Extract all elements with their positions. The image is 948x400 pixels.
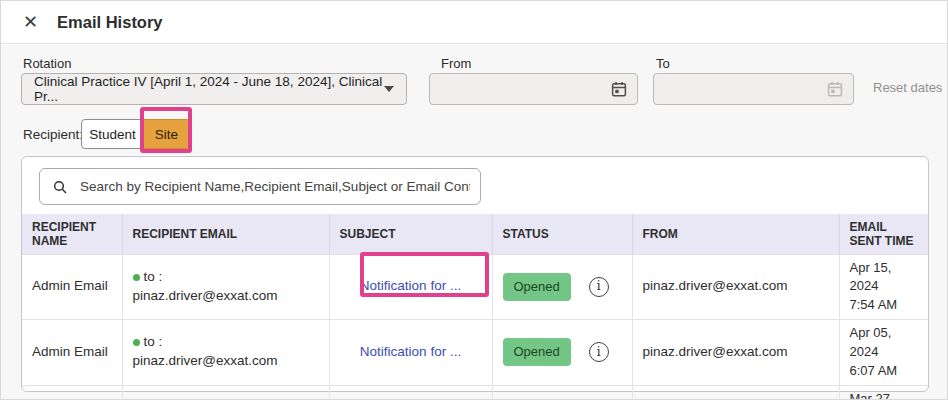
sent-time-text: 6:07 AM [850,362,919,381]
cell-from: pinaz.driver@exxat.com [632,254,839,320]
from-label: From [441,56,471,71]
rotation-select[interactable]: Clinical Practice IV [April 1, 2024 - Ju… [21,73,407,105]
col-recipient-email: RECIPIENT EMAIL [122,214,329,254]
sent-date-text: Apr 15, 2024 [850,259,919,297]
table-row: Admin Email to : harshavardhan.martur@ex… [22,385,928,400]
info-icon[interactable]: i [589,277,609,297]
subject-link[interactable]: Notification for ... [360,344,461,359]
email-history-table: RECIPIENT NAME RECIPIENT EMAIL SUBJECT S… [22,214,928,400]
sent-date-text: Mar 27, 2024 [850,390,919,400]
status-badge: Opened [503,338,571,366]
email-table-container: RECIPIENT NAME RECIPIENT EMAIL SUBJECT S… [21,156,929,392]
sent-status-dot-icon [133,339,140,346]
cell-from: harshavardhan.martur@exxat.com [632,385,839,400]
email-history-dialog: ✕ Email History Rotation Clinical Practi… [0,0,948,400]
cell-email-sent-time: Mar 27, 2024 7:29 AM [839,385,928,400]
dialog-header: ✕ Email History [1,1,947,44]
rotation-selected-value: Clinical Practice IV [April 1, 2024 - Ju… [34,74,384,104]
recipient-email-text: pinaz.driver@exxat.com [133,352,319,371]
dialog-body: Rotation Clinical Practice IV [April 1, … [1,45,947,399]
to-label-text: to : [144,269,163,284]
cell-email-sent-time: Apr 05, 2024 6:07 AM [839,320,928,386]
cell-subject: Notification for ... [329,320,492,386]
tab-student[interactable]: Student [81,119,144,149]
col-status: STATUS [492,214,632,254]
col-from: FROM [632,214,839,254]
page-title: Email History [57,13,162,32]
status-badge: Opened [503,273,571,301]
cell-from: pinaz.driver@exxat.com [632,320,839,386]
search-icon [52,179,68,195]
sent-time-text: 7:54 AM [850,296,919,315]
cell-subject: Notification for ... [329,254,492,320]
cell-email-sent-time: Apr 15, 2024 7:54 AM [839,254,928,320]
cell-recipient-email: to : harshavardhan.martur@exxat.com [122,385,329,400]
sent-status-dot-icon [133,274,140,281]
cell-recipient-email: to : pinaz.driver@exxat.com [122,320,329,386]
reset-dates-button[interactable]: Reset dates [873,80,942,95]
info-icon[interactable]: i [589,342,609,362]
cell-recipient-name: Admin Email [22,385,122,400]
tab-site[interactable]: Site [144,119,190,149]
to-label-text: to : [144,334,163,349]
cell-status: Opened i [492,320,632,386]
to-label: To [656,56,670,71]
cell-recipient-email: to : pinaz.driver@exxat.com [122,254,329,320]
to-date-input[interactable] [653,73,854,105]
recipient-email-text: pinaz.driver@exxat.com [133,287,319,306]
recipient-toggle-group: Student Site [81,119,190,149]
col-recipient-name: RECIPIENT NAME [22,214,122,254]
chevron-down-icon [384,86,394,92]
table-header-row: RECIPIENT NAME RECIPIENT EMAIL SUBJECT S… [22,214,928,254]
calendar-icon[interactable] [826,80,844,98]
cell-subject: Notification for ... [329,385,492,400]
table-row: Admin Email to : pinaz.driver@exxat.com … [22,254,928,320]
cell-recipient-name: Admin Email [22,254,122,320]
calendar-icon[interactable] [610,80,628,98]
rotation-label: Rotation [23,56,71,71]
subject-link[interactable]: Notification for ... [360,278,461,293]
cell-status: Opened i [492,254,632,320]
col-email-sent-time: EMAIL SENT TIME [839,214,928,254]
col-subject: SUBJECT [329,214,492,254]
recipient-label: Recipient: [23,127,83,142]
sent-date-text: Apr 05, 2024 [850,324,919,362]
search-input[interactable] [80,179,470,194]
cell-status: Link Clicked i [492,385,632,400]
cell-recipient-name: Admin Email [22,320,122,386]
from-date-input[interactable] [429,73,638,105]
search-bar [39,168,481,205]
close-icon[interactable]: ✕ [23,13,38,31]
table-row: Admin Email to : pinaz.driver@exxat.com … [22,320,928,386]
